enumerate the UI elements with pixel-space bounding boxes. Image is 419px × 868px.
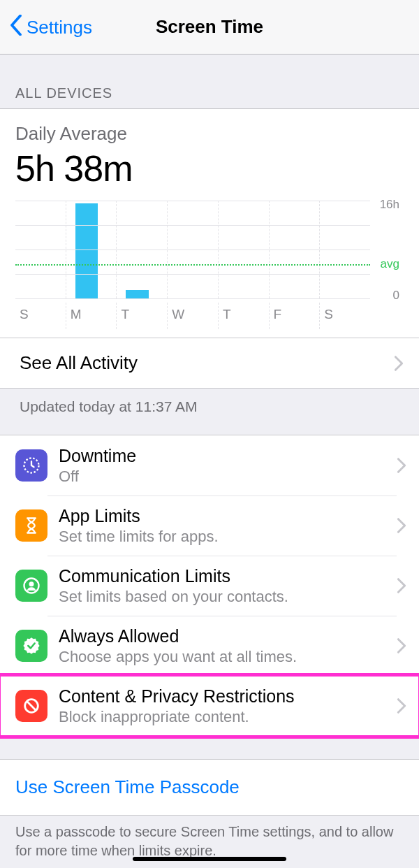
chart-bar: [126, 290, 148, 298]
updated-timestamp: Updated today at 11:37 AM: [0, 388, 419, 435]
row-communication-limits[interactable]: Communication Limits Set limits based on…: [0, 556, 419, 616]
back-label: Settings: [27, 17, 92, 38]
row-sub: Choose apps you want at all times.: [59, 648, 397, 666]
svg-point-2: [29, 581, 34, 586]
x-tick: S: [319, 303, 370, 329]
row-sub: Set limits based on your contacts.: [59, 588, 397, 606]
chevron-right-icon: [397, 697, 406, 714]
chevron-right-icon: [397, 517, 406, 534]
y-axis-zero: 0: [393, 289, 399, 303]
home-indicator[interactable]: [133, 857, 286, 861]
chevron-right-icon: [397, 577, 406, 594]
x-tick: S: [15, 303, 66, 329]
chart-bar: [75, 203, 98, 298]
downtime-icon: [15, 449, 47, 482]
section-header-all-devices: ALL DEVICES: [0, 55, 419, 109]
y-axis-max: 16h: [380, 198, 399, 212]
settings-list: Downtime Off App Limits Set time limits …: [0, 435, 419, 737]
row-sub: Block inappropriate content.: [59, 708, 397, 726]
chevron-right-icon: [397, 457, 406, 474]
svg-line-4: [27, 702, 36, 711]
row-downtime[interactable]: Downtime Off: [0, 435, 419, 496]
usage-chart: 16h avg 0 SMTWTFS: [15, 201, 404, 329]
passcode-label: Use Screen Time Passcode: [15, 776, 240, 797]
row-title: Communication Limits: [59, 566, 397, 586]
use-passcode-button[interactable]: Use Screen Time Passcode: [0, 759, 419, 816]
no-sign-icon: [15, 690, 47, 722]
checkmark-seal-icon: [15, 630, 47, 662]
row-app-limits[interactable]: App Limits Set time limits for apps.: [0, 496, 419, 556]
page-title: Screen Time: [156, 16, 263, 38]
x-tick: T: [116, 303, 167, 329]
navbar: Settings Screen Time: [0, 0, 419, 55]
row-sub: Off: [59, 468, 397, 486]
row-content-privacy[interactable]: Content & Privacy Restrictions Block ina…: [0, 676, 419, 736]
person-circle-icon: [15, 570, 47, 602]
hourglass-icon: [15, 509, 47, 542]
row-sub: Set time limits for apps.: [59, 528, 397, 546]
chevron-left-icon: [10, 15, 27, 41]
see-all-activity-button[interactable]: See All Activity: [0, 338, 419, 388]
chevron-right-icon: [397, 637, 406, 654]
y-axis-avg-label: avg: [381, 257, 399, 271]
chevron-right-icon: [394, 355, 404, 372]
daily-average-label: Daily Average: [15, 123, 404, 145]
row-title: Downtime: [59, 446, 397, 466]
back-button[interactable]: Settings: [10, 0, 92, 55]
row-title: App Limits: [59, 506, 397, 526]
x-tick: W: [167, 303, 218, 329]
row-always-allowed[interactable]: Always Allowed Choose apps you want at a…: [0, 616, 419, 676]
see-all-label: See All Activity: [20, 352, 138, 374]
daily-average-card: Daily Average 5h 38m 16h avg 0 SMTWTFS S…: [0, 109, 419, 388]
x-tick: M: [66, 303, 117, 329]
row-title: Content & Privacy Restrictions: [59, 686, 397, 707]
passcode-footnote: Use a passcode to secure Screen Time set…: [0, 816, 419, 860]
row-title: Always Allowed: [59, 626, 397, 646]
x-tick: T: [218, 303, 269, 329]
daily-average-value: 5h 38m: [15, 147, 404, 189]
x-tick: F: [269, 303, 320, 329]
